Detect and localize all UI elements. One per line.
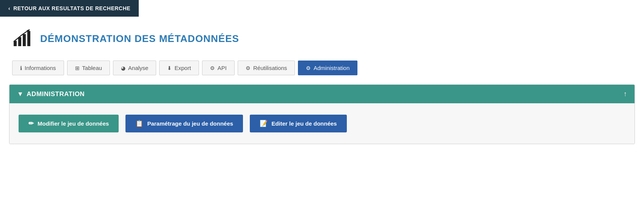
- parametrage-icon: 📋: [135, 120, 143, 127]
- back-button-label: RETOUR AUX RESULTATS DE RECHERCHE: [13, 5, 130, 11]
- reuse-gear-icon: ⚙: [246, 65, 251, 71]
- back-button[interactable]: ‹ RETOUR AUX RESULTATS DE RECHERCHE: [0, 0, 139, 17]
- admin-gear-icon: ⚙: [306, 65, 311, 71]
- tab-informations[interactable]: ℹ Informations: [12, 61, 64, 75]
- editer-button-label: Editer le jeu de données: [271, 120, 337, 127]
- svg-rect-3: [27, 31, 30, 46]
- chart-icon: [12, 27, 33, 50]
- page-title: DÉMONSTRATION DES MÉTADONNÉES: [40, 33, 239, 45]
- chart-pie-icon: ◕: [121, 65, 125, 71]
- scroll-up-button[interactable]: ↑: [624, 90, 627, 98]
- tab-tableau-label: Tableau: [82, 65, 102, 71]
- tab-export-label: Export: [174, 65, 191, 71]
- parametrage-button[interactable]: 📋 Paramétrage du jeu de données: [125, 115, 243, 132]
- admin-title-text: ADMINISTRATION: [27, 90, 85, 98]
- modifier-button[interactable]: ✏ Modifier le jeu de données: [19, 115, 119, 132]
- tab-informations-label: Informations: [25, 65, 56, 71]
- admin-section-body: ✏ Modifier le jeu de données 📋 Paramétra…: [9, 103, 635, 144]
- svg-rect-2: [23, 34, 26, 46]
- tab-reutilisations[interactable]: ⚙ Réutilisations: [238, 61, 295, 75]
- tab-export[interactable]: ⬇ Export: [159, 61, 199, 75]
- editer-button[interactable]: 📝 Editer le jeu de données: [250, 115, 347, 132]
- admin-section-header: ▼ ADMINISTRATION ↑: [9, 85, 635, 103]
- svg-rect-1: [18, 37, 21, 46]
- editer-icon: 📝: [260, 120, 268, 127]
- tab-analyse-label: Analyse: [128, 65, 148, 71]
- page-header: DÉMONSTRATION DES MÉTADONNÉES: [0, 17, 644, 58]
- admin-section-title: ▼ ADMINISTRATION: [17, 90, 85, 98]
- tabs-row: ℹ Informations ⊞ Tableau ◕ Analyse ⬇ Exp…: [0, 58, 644, 84]
- tab-api-label: API: [218, 65, 227, 71]
- admin-section: ▼ ADMINISTRATION ↑ ✏ Modifier le jeu de …: [9, 84, 635, 144]
- chevron-left-icon: ‹: [8, 5, 10, 11]
- tab-administration[interactable]: ⚙ Administration: [298, 61, 357, 75]
- modifier-button-label: Modifier le jeu de données: [38, 120, 109, 127]
- tab-administration-label: Administration: [313, 65, 349, 71]
- download-icon: ⬇: [167, 65, 172, 71]
- tab-tableau[interactable]: ⊞ Tableau: [67, 61, 110, 75]
- tab-api[interactable]: ⚙ API: [202, 61, 235, 75]
- triangle-icon: ▼: [17, 90, 24, 98]
- parametrage-button-label: Paramétrage du jeu de données: [147, 120, 233, 127]
- tab-analyse[interactable]: ◕ Analyse: [113, 61, 156, 75]
- edit-pencil-icon: ✏: [28, 120, 34, 127]
- api-gear-icon: ⚙: [210, 65, 215, 71]
- table-icon: ⊞: [75, 65, 80, 71]
- tab-reutilisations-label: Réutilisations: [253, 65, 287, 71]
- info-icon: ℹ: [20, 65, 22, 71]
